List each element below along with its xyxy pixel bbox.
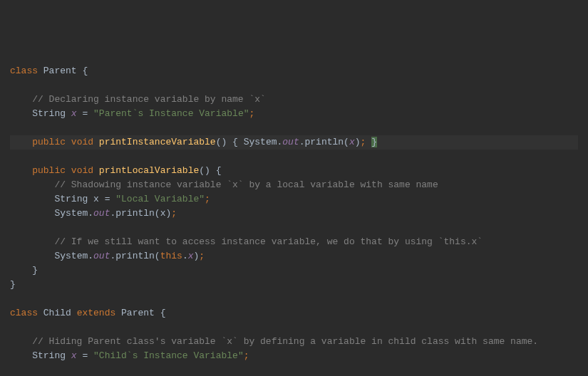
code-editor[interactable]: class Parent { // Declaring instance var… <box>10 64 578 376</box>
code-line: } <box>10 263 578 278</box>
code-line <box>10 221 578 235</box>
code-line: System.out.println(x); <box>10 207 578 221</box>
code-line: } <box>10 278 578 292</box>
code-line: String x = "Local Variable"; <box>10 192 578 207</box>
code-line: // Shadowing instance variable `x` by a … <box>10 178 578 192</box>
code-line <box>10 363 578 376</box>
code-line <box>10 78 578 93</box>
code-line <box>10 320 578 335</box>
code-line <box>10 150 578 164</box>
code-line: class Parent { <box>10 64 578 78</box>
code-line <box>10 121 578 135</box>
code-line <box>10 292 578 306</box>
code-line: String x = "Child`s Instance Variable"; <box>10 349 578 363</box>
code-line: public void printLocalVariable() { <box>10 164 578 178</box>
code-line: // If we still want to access instance v… <box>10 235 578 249</box>
code-line: System.out.println(this.x); <box>10 249 578 263</box>
code-line: class Child extends Parent { <box>10 306 578 320</box>
code-line: // Declaring instance variable by name `… <box>10 93 578 107</box>
cursor-position: } <box>371 137 377 147</box>
code-line-active: public void printInstanceVariable() { Sy… <box>10 135 578 150</box>
code-line: String x = "Parent`s Instance Variable"; <box>10 107 578 121</box>
code-line: // Hiding Parent class's variable `x` by… <box>10 335 578 349</box>
